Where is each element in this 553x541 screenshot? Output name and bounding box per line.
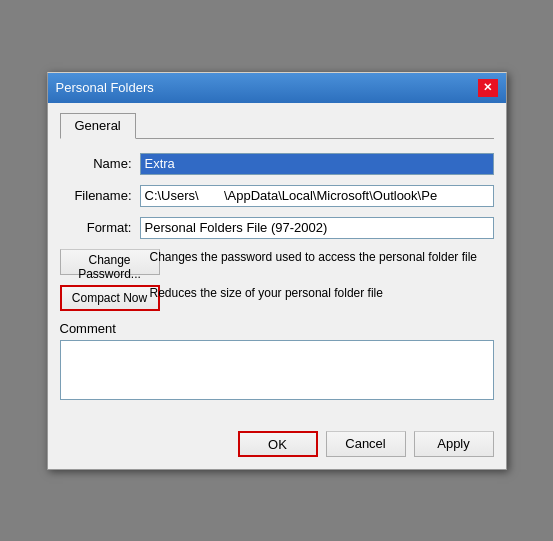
dialog-footer: OK Cancel Apply [48, 423, 506, 469]
format-input[interactable] [140, 217, 494, 239]
tab-general[interactable]: General [60, 113, 136, 139]
apply-button[interactable]: Apply [414, 431, 494, 457]
cancel-button[interactable]: Cancel [326, 431, 406, 457]
tab-bar: General [60, 113, 494, 139]
change-password-row: Change Password... Changes the password … [60, 249, 494, 275]
name-row: Name: [60, 153, 494, 175]
ok-button[interactable]: OK [238, 431, 318, 457]
filename-input[interactable] [140, 185, 494, 207]
filename-label: Filename: [60, 188, 140, 203]
filename-row: Filename: [60, 185, 494, 207]
name-label: Name: [60, 156, 140, 171]
format-row: Format: [60, 217, 494, 239]
change-password-desc: Changes the password used to access the … [140, 249, 494, 266]
compact-now-section: Compact Now [60, 285, 140, 311]
personal-folders-dialog: Personal Folders ✕ General Name: Filenam… [47, 72, 507, 470]
compact-now-desc: Reduces the size of your personal folder… [140, 285, 494, 302]
name-input[interactable] [140, 153, 494, 175]
close-button[interactable]: ✕ [478, 79, 498, 97]
change-password-section: Change Password... [60, 249, 140, 275]
title-bar: Personal Folders ✕ [48, 73, 506, 103]
format-label: Format: [60, 220, 140, 235]
dialog-body: General Name: Filename: Format: Change P… [48, 103, 506, 423]
compact-now-row: Compact Now Reduces the size of your per… [60, 285, 494, 311]
comment-textarea[interactable] [60, 340, 494, 400]
comment-section: Comment [60, 321, 494, 403]
dialog-title: Personal Folders [56, 80, 154, 95]
comment-label: Comment [60, 321, 494, 336]
